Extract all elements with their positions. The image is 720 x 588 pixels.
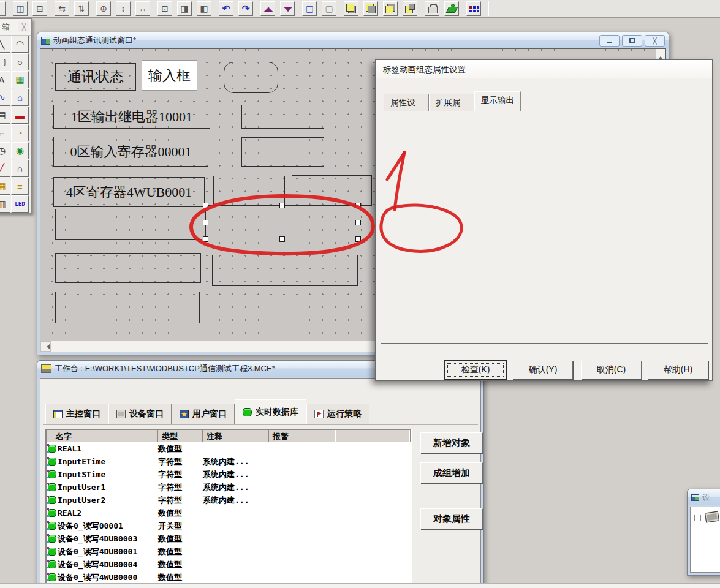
- send-backward-icon[interactable]: [403, 1, 417, 16]
- canvas-box-empty[interactable]: [55, 209, 202, 240]
- line-tool[interactable]: ╲: [0, 36, 10, 53]
- canvas-box-empty[interactable]: [292, 175, 372, 206]
- equal-width-icon[interactable]: ↔: [135, 1, 150, 16]
- canvas-box-selected[interactable]: [205, 205, 358, 239]
- table-row[interactable]: 设备0_读写4DUB0001数值型: [47, 545, 411, 558]
- ellipse-tool[interactable]: ○: [11, 53, 29, 70]
- close-icon[interactable]: ╳: [645, 35, 665, 47]
- tree-collapse-toggle[interactable]: [694, 514, 701, 521]
- device-chip-icon[interactable]: [705, 511, 719, 523]
- canvas-box-empty[interactable]: [241, 105, 324, 129]
- object-properties-button[interactable]: 对象属性: [420, 508, 483, 529]
- selection-handle[interactable]: [203, 236, 208, 242]
- effect-icon[interactable]: [444, 1, 459, 16]
- bring-forward-icon[interactable]: [383, 1, 398, 16]
- grid-table-tool[interactable]: ▦: [0, 178, 10, 195]
- toolbox-titlebar[interactable]: 箱 ╳: [0, 19, 31, 36]
- canvas-box-empty[interactable]: [213, 176, 285, 206]
- align-horizontal-icon[interactable]: ◫: [13, 1, 28, 16]
- col-alarm[interactable]: 报警: [269, 430, 336, 442]
- canvas-box-empty[interactable]: [212, 255, 358, 286]
- dial-tool[interactable]: ◔: [11, 124, 29, 141]
- equal-height-icon[interactable]: ↕: [116, 1, 131, 16]
- ungroup-icon[interactable]: ▢: [322, 1, 336, 16]
- grid-icon[interactable]: [466, 1, 481, 16]
- align-center-icon[interactable]: ⊡: [157, 1, 172, 16]
- add-object-button[interactable]: 新增对象: [420, 432, 483, 453]
- selection-handle[interactable]: [355, 203, 361, 208]
- clock-tool[interactable]: ◷: [0, 142, 10, 159]
- tab-extended-properties[interactable]: 扩展属性: [429, 94, 474, 111]
- selection-handle[interactable]: [203, 203, 208, 208]
- tab-user-window[interactable]: ★用户窗口: [172, 404, 235, 424]
- col-comment[interactable]: 注释: [203, 430, 269, 442]
- canvas-box-input-reg[interactable]: 0区输入寄存器00001: [53, 137, 208, 167]
- rounded-rect-tool[interactable]: ▢: [0, 53, 10, 70]
- canvas-box-empty[interactable]: [55, 292, 200, 323]
- table-row[interactable]: 设备0_读写4DUB0003数值型: [47, 532, 411, 545]
- device-window-titlebar[interactable]: 设: [688, 489, 720, 505]
- align-both-icon[interactable]: ◧: [197, 1, 211, 16]
- bitmap-tool[interactable]: ▦: [11, 71, 29, 88]
- table-row[interactable]: 设备0_读写4WUB0000数值型: [47, 571, 411, 584]
- meter-tool[interactable]: ▤: [0, 107, 10, 124]
- table-row[interactable]: REAL1数值型: [47, 442, 411, 455]
- rotate-left-icon[interactable]: ↶: [219, 1, 233, 16]
- table-row[interactable]: InputSTime字符型系统内建...: [47, 468, 411, 481]
- selection-handle[interactable]: [279, 203, 285, 208]
- send-to-back-icon[interactable]: [363, 1, 378, 16]
- canvas-box-rounded[interactable]: [224, 62, 278, 93]
- variable-table[interactable]: 名字 类型 注释 报警 REAL1数值型 InputETime字符型系统内建..…: [45, 429, 412, 588]
- led-tool[interactable]: LED: [11, 195, 29, 213]
- canvas-box-comm-status[interactable]: 通讯状态: [55, 63, 136, 91]
- close-icon[interactable]: ╳: [18, 21, 29, 32]
- tab-realtime-database[interactable]: 实时数据库: [235, 399, 306, 424]
- scroll-left-icon[interactable]: [40, 341, 51, 352]
- rotate-right-icon[interactable]: ↷: [238, 1, 253, 16]
- align-middle-icon[interactable]: ◨: [177, 1, 192, 16]
- arc-tool[interactable]: ◠: [11, 36, 29, 53]
- selection-handle[interactable]: [355, 236, 361, 242]
- canvas-box-empty[interactable]: [241, 137, 324, 167]
- canvas-box-reg4[interactable]: 4区寄存器4WUB0001: [53, 177, 205, 207]
- table-row[interactable]: 设备0_读写00001开关型: [47, 519, 411, 532]
- table-row[interactable]: InputUser2字符型系统内建...: [47, 494, 411, 507]
- canvas-box-empty[interactable]: [55, 253, 201, 283]
- cancel-button[interactable]: 取消(C): [581, 361, 642, 379]
- pen-tool[interactable]: ╱: [0, 160, 10, 177]
- help-button[interactable]: 帮助(H): [648, 361, 708, 379]
- group-icon[interactable]: ▢: [302, 1, 317, 16]
- lock-icon[interactable]: [425, 1, 439, 16]
- tab-run-strategy[interactable]: 运行策略: [306, 404, 369, 424]
- flip-vertical-icon[interactable]: ◥◤: [280, 1, 295, 16]
- partial-icon[interactable]: [0, 1, 6, 16]
- minimize-icon[interactable]: [599, 35, 620, 47]
- bring-to-front-icon[interactable]: [344, 1, 358, 16]
- selection-handle[interactable]: [279, 236, 285, 242]
- pipe-tool[interactable]: ⌐: [0, 124, 10, 141]
- report-tool[interactable]: ▥: [0, 195, 10, 213]
- space-equal-horizontal-icon[interactable]: ⇆: [55, 1, 69, 16]
- chart-tool[interactable]: ∿: [0, 89, 10, 106]
- alarm-tool[interactable]: ∩: [11, 160, 29, 177]
- align-vertical-icon[interactable]: ⊟: [32, 1, 47, 16]
- table-row[interactable]: 设备0_读写4DUB0004数值型: [47, 558, 411, 571]
- tab-main-window[interactable]: 主控窗口: [45, 404, 108, 424]
- center-in-window-icon[interactable]: ⊕: [96, 1, 111, 16]
- tab-display-output[interactable]: 显示输出: [474, 91, 521, 111]
- selection-handle[interactable]: [203, 220, 208, 225]
- selection-handle[interactable]: [355, 220, 361, 225]
- percent-bar-tool[interactable]: ▬: [11, 107, 29, 124]
- table-row[interactable]: InputETime字符型系统内建...: [47, 455, 411, 468]
- text-tool[interactable]: A: [0, 71, 10, 88]
- maximize-icon[interactable]: [622, 35, 642, 47]
- tab-device-window[interactable]: 设备窗口: [108, 404, 172, 424]
- storage-tool[interactable]: ≡: [11, 178, 29, 195]
- table-row[interactable]: REAL2数值型: [47, 507, 411, 519]
- flip-horizontal-icon[interactable]: ◢◣: [260, 1, 275, 16]
- canvas-box-relay[interactable]: 1区输出继电器10001: [53, 105, 210, 129]
- col-type[interactable]: 类型: [158, 430, 203, 442]
- animation-tool[interactable]: ⌂: [11, 89, 29, 106]
- tab-property-settings[interactable]: 属性设置: [384, 94, 429, 111]
- group-add-button[interactable]: 成组增加: [420, 462, 483, 483]
